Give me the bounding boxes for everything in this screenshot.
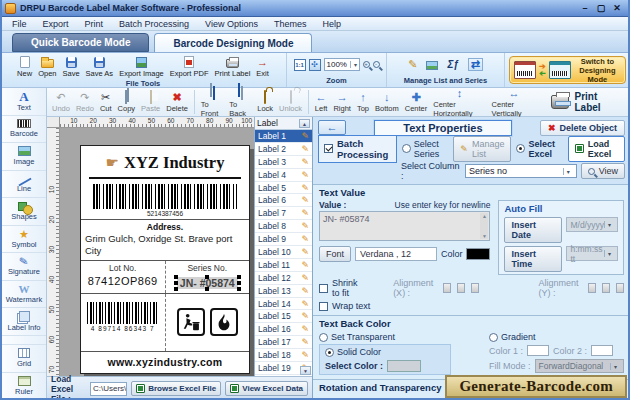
selection-handle[interactable] bbox=[237, 275, 241, 279]
sidebar-item-ruler[interactable]: Ruler bbox=[2, 373, 46, 400]
minimize-button[interactable]: – bbox=[577, 3, 593, 13]
label-list-item[interactable]: Label 16 ✎ bbox=[255, 323, 312, 336]
select-column-dropdown[interactable]: Series no ▾ bbox=[465, 164, 577, 178]
browse-excel-file-button[interactable]: Browse Excel File bbox=[131, 381, 221, 396]
sidebar-item-line[interactable]: Line bbox=[2, 171, 46, 199]
barcode-2[interactable] bbox=[87, 302, 159, 324]
save-button[interactable]: Save bbox=[59, 54, 82, 78]
align-top-button[interactable]: ↑Top bbox=[354, 91, 372, 113]
export-image-button[interactable]: Export Image bbox=[116, 54, 167, 78]
menu-file[interactable]: File bbox=[4, 19, 35, 29]
sidebar-item-label-info[interactable]: Label Info bbox=[2, 308, 46, 336]
switch-to-designing-mode-button[interactable]: ➔➔ Switch to Designing Mode bbox=[509, 56, 626, 84]
excel-path-input[interactable]: C:\Users\IBALL\D bbox=[90, 382, 127, 396]
center-vertically-button[interactable]: ↔Center Vertically bbox=[489, 87, 540, 118]
selection-handle[interactable] bbox=[174, 275, 178, 279]
open-button[interactable]: Open bbox=[35, 54, 59, 78]
pencil-icon[interactable]: ✎ bbox=[301, 170, 309, 180]
font-value-field[interactable]: Verdana , 12 bbox=[355, 247, 437, 261]
textarea-scrollbar[interactable]: ▲▼ bbox=[480, 213, 488, 239]
maximize-button[interactable]: ▢ bbox=[593, 3, 609, 13]
align-bottom-button[interactable]: ↓Bottom bbox=[372, 91, 402, 113]
gradient-radio[interactable]: Gradient bbox=[489, 332, 624, 342]
zoom-fit-icon[interactable]: ✣ bbox=[309, 59, 321, 71]
sidebar-item-barcode[interactable]: Barcode bbox=[2, 116, 46, 144]
align-y-middle-button[interactable] bbox=[602, 283, 610, 293]
sidebar-item-shapes[interactable]: Shapes bbox=[2, 198, 46, 226]
menu-batch-processing[interactable]: Batch Processing bbox=[111, 19, 197, 29]
align-y-top-button[interactable] bbox=[588, 283, 596, 293]
tab-barcode-designing-mode[interactable]: Barcode Designing Mode bbox=[154, 33, 312, 52]
lock-button[interactable]: Lock bbox=[254, 91, 276, 113]
print-label-button[interactable]: Print Label bbox=[212, 54, 254, 78]
insert-date-button[interactable]: Insert Date bbox=[504, 217, 562, 243]
label-list-item[interactable]: Label 3 ✎ bbox=[255, 156, 312, 169]
load-excel-button[interactable]: Load Excel bbox=[568, 136, 625, 162]
text-color-swatch[interactable] bbox=[466, 248, 490, 260]
pencil-icon[interactable]: ✎ bbox=[301, 183, 309, 193]
label-list-item[interactable]: Label 10 ✎ bbox=[255, 246, 312, 259]
save-as-button[interactable]: Save As bbox=[83, 54, 117, 78]
pencil-icon[interactable]: ✎ bbox=[301, 247, 309, 257]
undo-button[interactable]: ↶Undo bbox=[49, 91, 73, 113]
swap-arrows-icon[interactable]: ⇄ bbox=[468, 58, 483, 71]
menu-themes[interactable]: Themes bbox=[266, 19, 315, 29]
unlock-button[interactable]: Unlock bbox=[276, 91, 305, 113]
pencil-icon[interactable]: ✎ bbox=[301, 299, 309, 309]
align-x-left-button[interactable] bbox=[443, 283, 451, 293]
menu-view-options[interactable]: View Options bbox=[197, 19, 266, 29]
pencil-icon[interactable]: ✎ bbox=[301, 324, 309, 334]
align-left-button[interactable]: ←Left bbox=[312, 91, 331, 113]
batch-processing-checkbox[interactable]: Batch Processing bbox=[318, 135, 397, 163]
design-canvas[interactable]: 102030405060708090100 10 20 30 40 50 60 … bbox=[47, 117, 254, 376]
label-list-item[interactable]: Label 12 ✎ bbox=[255, 272, 312, 285]
select-color-swatch[interactable] bbox=[387, 360, 421, 372]
pencil-icon[interactable]: ✎ bbox=[301, 221, 309, 231]
align-right-button[interactable]: →Right bbox=[330, 91, 354, 113]
align-x-right-button[interactable] bbox=[471, 283, 479, 293]
wrap-text-checkbox[interactable] bbox=[319, 302, 328, 311]
scroll-down-icon[interactable]: ▼ bbox=[300, 366, 311, 375]
menu-print[interactable]: Print bbox=[77, 19, 112, 29]
pencil-icon[interactable]: ✎ bbox=[301, 208, 309, 218]
view-button[interactable]: View bbox=[581, 163, 625, 179]
selection-handle[interactable] bbox=[174, 287, 178, 291]
pencil-icon[interactable]: ✎ bbox=[301, 131, 309, 141]
label-list-item[interactable]: Label 8 ✎ bbox=[255, 220, 312, 233]
manage-list-button[interactable]: ✎ Manage List bbox=[453, 136, 511, 162]
pencil-icon[interactable]: ✎ bbox=[301, 337, 309, 347]
pencil-icon[interactable]: ✎ bbox=[301, 350, 309, 360]
select-excel-radio[interactable]: Select Excel bbox=[516, 139, 562, 159]
selection-handle[interactable] bbox=[237, 287, 241, 291]
font-button[interactable]: Font bbox=[319, 246, 351, 262]
label-list-item[interactable]: Label 15 ✎ bbox=[255, 310, 312, 323]
print-label-toolbar-button[interactable]: Print Label bbox=[539, 91, 628, 113]
selection-handle[interactable] bbox=[174, 281, 178, 285]
align-center-button[interactable]: ✚Center bbox=[402, 91, 431, 113]
to-back-button[interactable]: To Back bbox=[226, 87, 254, 118]
menu-export[interactable]: Export bbox=[35, 19, 77, 29]
pencil-icon[interactable]: ✎ bbox=[301, 311, 309, 321]
export-pdf-button[interactable]: Export PDF bbox=[167, 54, 212, 78]
paste-button[interactable]: Paste bbox=[138, 91, 163, 113]
sidebar-item-symbol[interactable]: ★Symbol bbox=[2, 226, 46, 254]
pencil-icon[interactable]: ✎ bbox=[301, 234, 309, 244]
time-format-select[interactable]: h:mm:ss tt▾ bbox=[566, 246, 618, 261]
label-list-item[interactable]: Label 4 ✎ bbox=[255, 169, 312, 182]
scroll-up-icon[interactable]: ▲ bbox=[299, 119, 310, 128]
cut-button[interactable]: ✂Cut bbox=[97, 91, 115, 113]
tab-quick-barcode-mode[interactable]: Quick Barcode Mode bbox=[12, 33, 149, 52]
zoom-out-icon[interactable]: - bbox=[373, 61, 380, 68]
pencil-icon[interactable]: ✎ bbox=[301, 286, 309, 296]
flammable-symbol[interactable] bbox=[210, 308, 238, 336]
label-list-item[interactable]: Label 2 ✎ bbox=[255, 143, 312, 156]
to-front-button[interactable]: To Front bbox=[198, 87, 227, 118]
label-sheet[interactable]: ☛ XYZ Industry 5214387456 Address. Grim … bbox=[80, 145, 250, 374]
zoom-in-icon[interactable]: + bbox=[363, 61, 370, 68]
label-list-item[interactable]: Label 5 ✎ bbox=[255, 182, 312, 195]
zoom-1to1-icon[interactable]: 1:1 bbox=[294, 59, 306, 71]
label-list-item[interactable]: Label 6 ✎ bbox=[255, 194, 312, 207]
align-x-center-button[interactable] bbox=[457, 283, 465, 293]
label-list-item[interactable]: Label 9 ✎ bbox=[255, 233, 312, 246]
copy-button[interactable]: Copy bbox=[115, 91, 139, 113]
